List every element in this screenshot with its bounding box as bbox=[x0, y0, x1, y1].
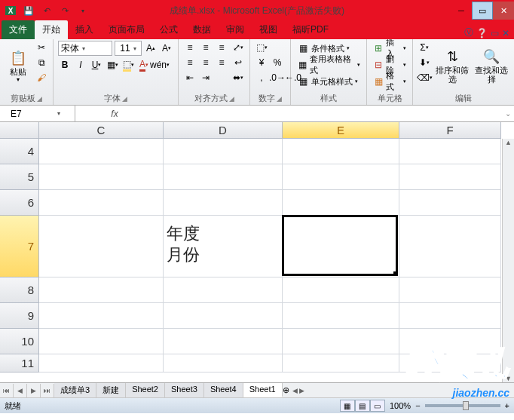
sheet-first-icon[interactable]: ⏮ bbox=[0, 384, 14, 397]
page-break-view-icon[interactable]: ▭ bbox=[370, 400, 385, 412]
cell[interactable] bbox=[164, 139, 283, 164]
zoom-slider[interactable] bbox=[425, 404, 500, 407]
tab-formulas[interactable]: 公式 bbox=[152, 20, 185, 39]
cell[interactable] bbox=[164, 354, 283, 372]
format-as-table-button[interactable]: ▦套用表格格式▾ bbox=[295, 57, 362, 72]
wrap-text-icon[interactable]: ↩ bbox=[231, 56, 245, 69]
cell[interactable] bbox=[283, 190, 399, 216]
row-header[interactable]: 8 bbox=[0, 277, 39, 303]
ribbon-close-icon[interactable]: ✕ bbox=[502, 28, 509, 38]
find-select-button[interactable]: 🔍 查找和选择 bbox=[473, 41, 509, 90]
sheet-tab[interactable]: Sheet1 bbox=[243, 383, 283, 397]
tab-home[interactable]: 开始 bbox=[35, 20, 68, 39]
cell[interactable] bbox=[399, 303, 501, 329]
cell[interactable] bbox=[164, 303, 283, 329]
horizontal-scrollbar[interactable]: ◀ ▶ bbox=[289, 385, 514, 397]
sheet-prev-icon[interactable]: ◀ bbox=[14, 384, 27, 397]
cell[interactable] bbox=[164, 277, 283, 303]
sheet-next-icon[interactable]: ▶ bbox=[27, 384, 41, 397]
cell[interactable] bbox=[283, 329, 399, 354]
tab-view[interactable]: 视图 bbox=[252, 20, 285, 39]
new-sheet-icon[interactable]: ⊕ bbox=[283, 385, 289, 395]
cell[interactable] bbox=[39, 164, 164, 190]
page-layout-view-icon[interactable]: ▤ bbox=[355, 400, 370, 412]
row-header[interactable]: 7 bbox=[0, 216, 39, 277]
align-right-icon[interactable]: ≡ bbox=[215, 56, 228, 69]
tab-insert[interactable]: 插入 bbox=[68, 20, 101, 39]
cell[interactable] bbox=[399, 329, 501, 354]
percent-icon[interactable]: % bbox=[271, 56, 284, 69]
zoom-out-icon[interactable]: − bbox=[415, 401, 420, 410]
sheet-tab[interactable]: 成绩单3 bbox=[54, 383, 96, 397]
tab-data[interactable]: 数据 bbox=[185, 20, 219, 39]
minimize-button[interactable]: ─ bbox=[451, 2, 472, 20]
row-header[interactable]: 4 bbox=[0, 139, 39, 164]
phonetic-icon[interactable]: wén▾ bbox=[153, 58, 167, 72]
row-header[interactable]: 11 bbox=[0, 354, 39, 372]
formula-input[interactable] bbox=[124, 109, 502, 119]
alignment-launcher-icon[interactable]: ◢ bbox=[229, 95, 234, 103]
cell[interactable] bbox=[283, 164, 399, 190]
orientation-icon[interactable]: ⤢▾ bbox=[231, 41, 245, 54]
row-header[interactable]: 5 bbox=[0, 164, 39, 190]
row-header[interactable]: 10 bbox=[0, 329, 39, 354]
row-header[interactable]: 9 bbox=[0, 303, 39, 329]
cell[interactable] bbox=[283, 277, 399, 303]
zoom-value[interactable]: 100% bbox=[390, 401, 411, 410]
tab-foxit-pdf[interactable]: 福昕PDF bbox=[285, 20, 336, 39]
cell[interactable]: 年度 月份 bbox=[164, 216, 283, 277]
name-box[interactable]: ▾ bbox=[0, 106, 75, 121]
number-launcher-icon[interactable]: ◢ bbox=[277, 95, 282, 103]
maximize-button[interactable]: ▭ bbox=[472, 2, 493, 20]
column-header[interactable]: E bbox=[283, 122, 399, 139]
merge-center-icon[interactable]: ⬌▾ bbox=[231, 71, 245, 84]
row-header[interactable]: 6 bbox=[0, 190, 39, 216]
align-top-icon[interactable]: ≡ bbox=[183, 41, 197, 54]
sort-filter-button[interactable]: ⇅ 排序和筛选 bbox=[434, 41, 470, 90]
minimize-ribbon-icon[interactable]: ⓥ bbox=[464, 26, 473, 39]
currency-icon[interactable]: ¥ bbox=[255, 56, 268, 69]
cell[interactable] bbox=[39, 354, 164, 372]
cell[interactable] bbox=[39, 277, 164, 303]
column-header[interactable]: D bbox=[164, 122, 283, 139]
column-header[interactable]: C bbox=[39, 122, 164, 139]
cell[interactable] bbox=[283, 303, 399, 329]
font-launcher-icon[interactable]: ◢ bbox=[122, 95, 127, 103]
cell[interactable] bbox=[39, 303, 164, 329]
cell[interactable] bbox=[164, 190, 283, 216]
cells-area[interactable]: 年度 月份 bbox=[39, 139, 502, 382]
cell[interactable] bbox=[283, 216, 399, 277]
fill-color-icon[interactable]: ⬚▾ bbox=[121, 58, 135, 72]
cell[interactable] bbox=[283, 354, 399, 372]
bold-icon[interactable]: B bbox=[58, 58, 72, 72]
increase-indent-icon[interactable]: ⇥ bbox=[199, 71, 213, 84]
shrink-font-icon[interactable]: A▾ bbox=[160, 41, 173, 55]
zoom-in-icon[interactable]: + bbox=[505, 401, 509, 410]
cell[interactable] bbox=[164, 329, 283, 354]
font-name-combo[interactable]: 宋体▾ bbox=[58, 41, 112, 56]
vertical-scrollbar[interactable]: ▲▼ bbox=[502, 139, 514, 382]
cut-icon[interactable]: ✂ bbox=[35, 41, 48, 54]
format-painter-icon[interactable]: 🖌 bbox=[35, 71, 48, 84]
cell[interactable] bbox=[39, 329, 164, 354]
file-tab[interactable]: 文件 bbox=[2, 20, 35, 39]
cell[interactable] bbox=[399, 354, 501, 372]
name-box-dropdown-icon[interactable]: ▾ bbox=[54, 110, 63, 117]
cell-styles-button[interactable]: ▦单元格样式▾ bbox=[295, 74, 359, 89]
cell[interactable] bbox=[399, 164, 501, 190]
cell[interactable] bbox=[283, 139, 399, 164]
redo-icon[interactable]: ↷ bbox=[57, 3, 72, 18]
italic-icon[interactable]: I bbox=[74, 58, 87, 72]
paste-button[interactable]: 📋 粘贴 ▾ bbox=[5, 41, 32, 90]
copy-icon[interactable]: ⧉ bbox=[35, 56, 48, 69]
cell[interactable] bbox=[39, 216, 164, 277]
cell[interactable] bbox=[164, 164, 283, 190]
cell[interactable] bbox=[399, 190, 501, 216]
fill-icon[interactable]: ⬇▾ bbox=[418, 56, 431, 69]
format-cells-button[interactable]: ▦格式▾ bbox=[372, 74, 408, 89]
font-size-combo[interactable]: 11▾ bbox=[115, 41, 142, 56]
select-all-corner[interactable] bbox=[0, 122, 39, 139]
ribbon-opts-icon[interactable]: ▭ bbox=[491, 28, 499, 38]
sheet-tab[interactable]: 新建 bbox=[96, 383, 126, 397]
excel-icon[interactable]: X bbox=[3, 3, 18, 18]
